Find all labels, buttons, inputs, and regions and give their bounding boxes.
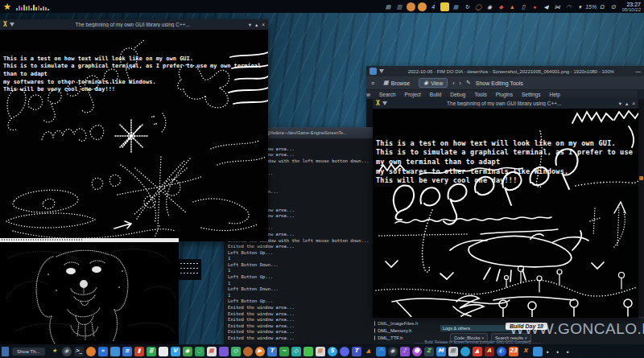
clock[interactable]: 23:27 05/10/22 — [622, 2, 641, 12]
taskbar-app-icon[interactable]: ◌ — [195, 347, 204, 356]
task-label[interactable]: Show Th... — [12, 348, 45, 356]
tray-icon[interactable]: ◉ — [485, 2, 494, 11]
menu-item[interactable]: Build — [430, 92, 441, 97]
tray-icon[interactable]: ◠ — [564, 2, 573, 11]
tray-icon[interactable] — [407, 2, 415, 11]
menu-item[interactable]: Help — [549, 92, 559, 97]
ide-right-gutter — [638, 99, 644, 319]
tray-icon[interactable]: ◀ — [542, 2, 551, 11]
menu-item[interactable]: Plugins — [496, 92, 513, 97]
taskbar-app-icon[interactable] — [533, 347, 543, 356]
menu-item[interactable]: Project — [405, 92, 421, 97]
overflow-dots[interactable]: ● ● ● — [547, 349, 572, 354]
tray-icon[interactable] — [440, 2, 449, 11]
forward-button[interactable]: › — [460, 80, 461, 86]
tray-icon[interactable]: 4 — [429, 2, 438, 11]
viewer-titlebar[interactable]: 2022-10-05 - FIM DO DIA - desenhos - Scr… — [366, 66, 644, 76]
taskbar-app-icon[interactable]: ▤ — [448, 347, 458, 356]
minimize-button[interactable]: ▾ — [249, 22, 251, 28]
show-editing-tools-button[interactable]: Show Editing Tools — [476, 80, 523, 86]
taskbar-app-icon[interactable]: T — [267, 347, 277, 356]
taskbar-app-icon[interactable]: ◠ — [376, 347, 386, 356]
taskbar-app-icon[interactable]: ★ — [50, 347, 60, 356]
pin-icon[interactable] — [382, 101, 387, 105]
taskbar-app-icon[interactable] — [243, 347, 253, 356]
menu-item[interactable]: Tools — [474, 92, 486, 97]
taskbar-app-icon[interactable]: ▶ — [255, 347, 265, 356]
taskbar-app-icon[interactable] — [303, 347, 313, 356]
tray-icon[interactable]: ▤ — [384, 2, 393, 11]
gui-left-canvas[interactable]: This is a test on how text will look lik… — [0, 30, 268, 241]
taskbar-app-icon[interactable]: » — [98, 347, 108, 356]
tray-icon[interactable]: ● — [530, 2, 539, 11]
taskbar-app-icon[interactable]: ▦ — [207, 347, 217, 356]
taskbar-app-icon[interactable]: ≡ — [122, 347, 132, 356]
gui-right-canvas[interactable]: This is a test on how text will look lik… — [373, 109, 638, 318]
taskbar-app-icon[interactable]: ~ — [279, 347, 289, 356]
taskbar-app-icon[interactable]: T — [352, 347, 361, 356]
tray-icon[interactable]: ▦ — [452, 2, 460, 11]
tray-icon[interactable]: ▥ — [395, 2, 404, 11]
taskbar-app-icon[interactable]: ◉ — [183, 347, 192, 356]
tray-icon[interactable]: ▲ — [508, 2, 517, 11]
tray-icon[interactable]: ⋈ — [553, 2, 562, 11]
taskbar-app-icon[interactable]: ◐ — [497, 347, 506, 356]
menu-burger-icon[interactable]: ≡ — [371, 80, 374, 86]
taskbar-app-icon[interactable] — [219, 347, 229, 356]
favorites-star-icon[interactable]: ★ — [3, 0, 11, 13]
taskbar-app-icon[interactable]: V — [171, 347, 180, 356]
menu-item[interactable]: Settings — [522, 92, 541, 97]
taskbar-app-icon[interactable]: A — [485, 347, 494, 356]
tray-icon[interactable]: Ω — [598, 2, 607, 11]
taskbar-app-icon[interactable]: ◉ — [388, 347, 398, 356]
close-button[interactable]: × — [262, 22, 265, 28]
menu-item[interactable]: Debug — [450, 92, 465, 97]
taskbar-app-icon[interactable]: ♪ — [400, 347, 410, 356]
menu-item[interactable]: View — [366, 92, 370, 97]
taskbar-app-icon[interactable]: M — [436, 347, 446, 356]
taskbar-app-icon[interactable]: ▲ — [364, 347, 374, 356]
tray-icon[interactable]: ʘ — [609, 2, 618, 11]
pin-icon[interactable] — [10, 23, 14, 27]
minimize-button[interactable]: ▾ — [619, 101, 621, 107]
maximize-button[interactable]: ▴ — [255, 22, 258, 28]
taskbar-app-icon[interactable] — [460, 347, 470, 356]
pin-icon[interactable] — [379, 69, 384, 73]
tray-icon[interactable] — [418, 2, 427, 11]
tray-icon[interactable]: ↻ — [463, 2, 472, 11]
gui-right-titlebar[interactable]: X The beginning of my own GUI library us… — [373, 98, 638, 109]
taskbar-app-icon[interactable]: ◉ — [62, 347, 72, 356]
tray-icon[interactable]: ◯ — [474, 2, 483, 11]
tray-icon[interactable]: 15% — [587, 2, 596, 11]
tray-icon[interactable]: ▾ — [576, 2, 584, 11]
taskbar-app-icon[interactable] — [86, 347, 96, 356]
menu-item[interactable]: Search — [379, 92, 396, 97]
taskbar-app-icon[interactable]: ◇ — [291, 347, 301, 356]
gui-left-titlebar[interactable]: X The beginning of my own GUI library us… — [0, 19, 268, 30]
taskbar-app-icon[interactable] — [159, 347, 168, 356]
taskbar-app-icon[interactable]: S — [328, 347, 337, 356]
taskbar-app-icon[interactable]: ☻ — [412, 347, 422, 356]
tray-icon[interactable]: ▯ — [519, 2, 528, 11]
taskbar-app-icon[interactable]: ◇ — [231, 347, 241, 356]
taskbar-app-icon[interactable] — [110, 347, 120, 356]
taskbar-app-icon[interactable]: 23 — [509, 347, 518, 356]
browse-button[interactable]: ▦ Browse — [379, 79, 414, 87]
tab-caret-icon: ▾ — [481, 335, 484, 340]
taskbar-app-icon[interactable]: ▦ — [316, 347, 325, 356]
back-button[interactable]: ‹ — [452, 80, 454, 86]
tray-icon[interactable]: ◆ — [497, 2, 506, 11]
panel-edge-icon[interactable] — [2, 347, 9, 356]
maximize-button[interactable]: ▴ — [625, 101, 628, 107]
taskbar-app-icon[interactable]: ▮ — [134, 347, 144, 356]
taskbar-app-icon[interactable] — [340, 347, 349, 356]
view-button[interactable]: ◉ View — [419, 78, 448, 88]
logs-panel-header[interactable]: Logs & others — [440, 325, 514, 331]
taskbar-app-icon[interactable]: ▲ — [473, 347, 482, 356]
minimize-button[interactable]: — — [636, 68, 642, 74]
taskbar-app-icon[interactable]: X — [521, 347, 530, 356]
taskbar-app-icon[interactable]: ≣ — [147, 347, 156, 356]
taskbar-app-icon[interactable]: >_ — [74, 347, 84, 356]
taskbar-app-icon[interactable]: Z — [424, 347, 434, 356]
close-button[interactable]: × — [632, 101, 635, 107]
